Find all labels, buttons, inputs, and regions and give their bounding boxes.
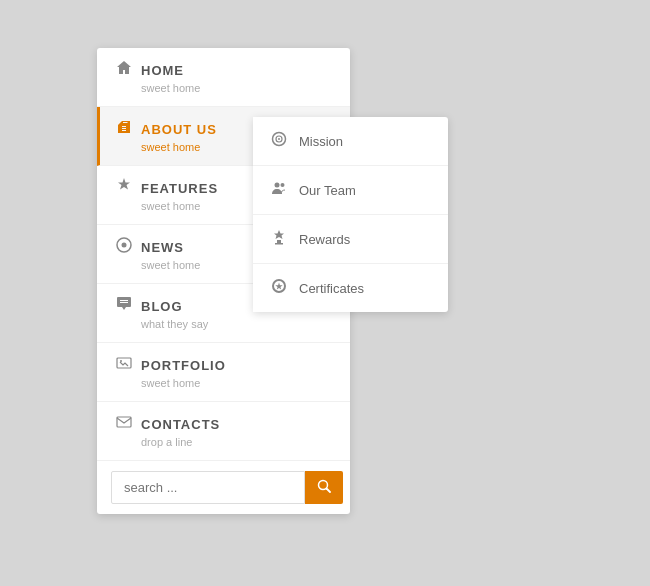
- submenu: Mission Our Team Rewards: [253, 117, 448, 312]
- svg-point-1: [122, 243, 127, 248]
- blog-icon: [115, 296, 133, 316]
- svg-rect-13: [275, 243, 283, 245]
- search-input[interactable]: [111, 471, 305, 504]
- certificates-icon: [269, 278, 289, 298]
- rewards-icon: [269, 229, 289, 249]
- svg-point-11: [281, 183, 285, 187]
- portfolio-icon: [115, 355, 133, 375]
- submenu-item-mission-label: Mission: [299, 134, 343, 149]
- nav-item-home[interactable]: HOME sweet home: [97, 48, 350, 107]
- nav-item-home-title: HOME: [141, 63, 184, 78]
- nav-item-portfolio-title: PORTFOLIO: [141, 358, 226, 373]
- about-icon: [115, 119, 133, 139]
- submenu-item-mission[interactable]: Mission: [253, 117, 448, 166]
- nav-item-blog-title: BLOG: [141, 299, 183, 314]
- submenu-item-our-team[interactable]: Our Team: [253, 166, 448, 215]
- search-box: [97, 461, 350, 514]
- search-button[interactable]: [305, 471, 343, 504]
- nav-item-about-title: ABOUT US: [141, 122, 217, 137]
- nav-item-news-title: NEWS: [141, 240, 184, 255]
- submenu-item-rewards-label: Rewards: [299, 232, 350, 247]
- svg-rect-4: [117, 417, 131, 427]
- nav-item-contacts-title: CONTACTS: [141, 417, 220, 432]
- features-icon: [115, 178, 133, 198]
- news-icon: [115, 237, 133, 257]
- nav-item-home-subtitle: sweet home: [115, 82, 332, 94]
- submenu-item-certificates[interactable]: Certificates: [253, 264, 448, 312]
- mission-icon: [269, 131, 289, 151]
- nav-item-features-title: FEATURES: [141, 181, 218, 196]
- svg-rect-2: [117, 358, 131, 368]
- svg-line-6: [327, 489, 331, 493]
- submenu-item-our-team-label: Our Team: [299, 183, 356, 198]
- nav-item-portfolio[interactable]: PORTFOLIO sweet home: [97, 343, 350, 402]
- our-team-icon: [269, 180, 289, 200]
- contacts-icon: [115, 414, 133, 434]
- svg-point-9: [278, 138, 280, 140]
- nav-item-contacts-subtitle: drop a line: [115, 436, 332, 448]
- svg-point-3: [120, 360, 122, 362]
- nav-item-portfolio-subtitle: sweet home: [115, 377, 332, 389]
- nav-item-contacts[interactable]: CONTACTS drop a line: [97, 402, 350, 461]
- submenu-item-certificates-label: Certificates: [299, 281, 364, 296]
- nav-item-blog-subtitle: what they say: [115, 318, 332, 330]
- home-icon: [115, 60, 133, 80]
- svg-point-10: [275, 183, 280, 188]
- submenu-item-rewards[interactable]: Rewards: [253, 215, 448, 264]
